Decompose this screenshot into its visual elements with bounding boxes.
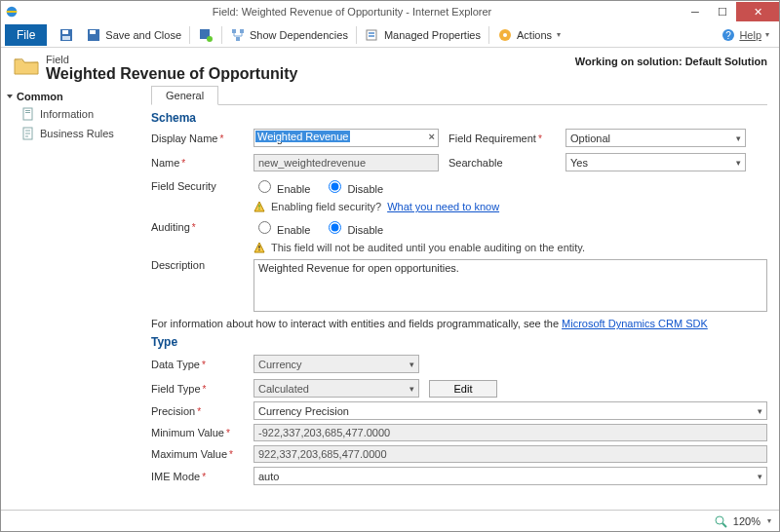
max-value-input (254, 445, 767, 463)
min-value-label: Minimum Value (151, 427, 244, 438)
svg-rect-12 (369, 32, 374, 34)
field-requirement-select[interactable]: Optional▾ (566, 129, 746, 147)
data-type-label: Data Type (151, 359, 244, 370)
max-value-label: Maximum Value (151, 448, 244, 460)
chevron-down-icon: ▾ (410, 360, 414, 369)
sdk-link[interactable]: Microsoft Dynamics CRM SDK (562, 318, 708, 329)
tab-general[interactable]: General (151, 86, 218, 105)
description-label: Description (151, 259, 244, 271)
svg-rect-8 (232, 29, 236, 33)
managed-properties-label: Managed Properties (384, 29, 481, 41)
nav-group-common[interactable]: Common (7, 89, 141, 104)
edit-button[interactable]: Edit (429, 380, 497, 398)
security-warn-link[interactable]: What you need to know (387, 201, 499, 212)
field-type-label: Field Type (151, 383, 244, 395)
sdk-info: For information about how to interact wi… (151, 318, 767, 329)
auditing-warn-text: This field will not be audited until you… (271, 242, 585, 253)
actions-label: Actions (517, 29, 552, 41)
separator (356, 26, 357, 44)
chevron-down-icon: ▾ (736, 158, 741, 168)
chevron-down-icon[interactable]: ▾ (767, 516, 771, 525)
display-name-input[interactable]: Weighted Revenue × (254, 129, 439, 147)
svg-rect-19 (25, 110, 30, 111)
auditing-label: Auditing (151, 221, 244, 233)
field-security-enable[interactable]: Enable (254, 177, 310, 195)
field-security-label: Field Security (151, 180, 244, 192)
page-header: Field Weighted Revenue of Opportunity Wo… (1, 48, 779, 85)
titlebar: Field: Weighted Revenue of Opportunity -… (1, 1, 779, 22)
svg-rect-10 (236, 37, 240, 41)
save-new-button[interactable] (192, 27, 219, 43)
window-controls: ─ ☐ ✕ (682, 2, 779, 21)
warning-icon (254, 242, 265, 253)
svg-rect-9 (240, 29, 244, 33)
show-dependencies-label: Show Dependencies (250, 29, 348, 41)
precision-label: Precision (151, 405, 244, 417)
command-bar: File Save and Close Show Dependencies Ma… (1, 22, 779, 48)
searchable-select[interactable]: Yes▾ (566, 153, 746, 171)
status-bar: 120% ▾ (1, 510, 779, 531)
help-label: Help (739, 29, 761, 41)
separator (189, 26, 190, 44)
svg-rect-18 (23, 108, 32, 120)
name-label: Name (151, 157, 244, 169)
side-nav: Common Information Business Rules (1, 85, 147, 504)
svg-point-7 (207, 36, 213, 42)
svg-text:?: ? (726, 30, 732, 41)
display-name-label: Display Name (151, 133, 244, 144)
minimize-button[interactable]: ─ (682, 2, 709, 21)
nav-item-label: Business Rules (40, 128, 114, 139)
ime-mode-label: IME Mode (151, 471, 244, 482)
save-and-close-button[interactable]: Save and Close (80, 27, 187, 43)
searchable-label: Searchable (448, 157, 556, 169)
chevron-down-icon: ▾ (736, 133, 741, 143)
zoom-level[interactable]: 120% (733, 515, 760, 527)
document-icon (20, 106, 36, 122)
svg-rect-5 (90, 30, 96, 34)
svg-rect-22 (258, 205, 259, 208)
tab-strip: General (151, 85, 767, 105)
data-type-select: Currency▾ (254, 355, 419, 373)
svg-rect-2 (62, 30, 68, 34)
security-warn-text: Enabling field security? (271, 201, 381, 212)
auditing-enable[interactable]: Enable (254, 218, 310, 236)
svg-rect-24 (258, 246, 259, 248)
svg-rect-3 (62, 36, 70, 40)
section-type: Type (151, 335, 767, 349)
close-button[interactable]: ✕ (736, 2, 779, 21)
show-dependencies-button[interactable]: Show Dependencies (224, 27, 354, 43)
svg-rect-20 (25, 112, 30, 113)
svg-rect-23 (258, 209, 259, 209)
ime-mode-select[interactable]: auto▾ (254, 467, 767, 485)
nav-item-information[interactable]: Information (7, 104, 141, 124)
save-button[interactable] (53, 27, 80, 43)
name-input[interactable] (254, 154, 439, 171)
zoom-icon (714, 514, 727, 528)
folder-icon (13, 54, 40, 77)
field-requirement-label: Field Requirement (448, 133, 556, 144)
solution-label: Working on solution: Default Solution (575, 54, 767, 67)
managed-properties-button[interactable]: Managed Properties (359, 27, 487, 43)
nav-item-label: Information (40, 108, 94, 120)
help-menu[interactable]: ?Help▾ (715, 27, 775, 43)
chevron-down-icon: ▾ (758, 406, 762, 416)
rules-icon (20, 126, 36, 141)
precision-select[interactable]: Currency Precision▾ (254, 401, 767, 420)
svg-point-26 (716, 516, 723, 524)
page-title: Weighted Revenue of Opportunity (46, 65, 575, 83)
file-menu[interactable]: File (5, 24, 47, 46)
clear-icon[interactable]: × (429, 131, 435, 142)
section-schema: Schema (151, 111, 767, 125)
actions-menu[interactable]: Actions▾ (491, 27, 566, 43)
svg-rect-13 (369, 35, 374, 37)
chevron-down-icon: ▾ (758, 472, 762, 481)
warning-icon (254, 201, 265, 212)
maximize-button[interactable]: ☐ (709, 2, 736, 21)
separator (221, 26, 222, 44)
save-and-close-label: Save and Close (105, 29, 181, 41)
description-input[interactable] (254, 259, 767, 312)
window-title: Field: Weighted Revenue of Opportunity -… (22, 6, 682, 18)
auditing-disable[interactable]: Disable (324, 218, 383, 236)
field-security-disable[interactable]: Disable (324, 177, 383, 195)
nav-item-business-rules[interactable]: Business Rules (7, 124, 141, 143)
